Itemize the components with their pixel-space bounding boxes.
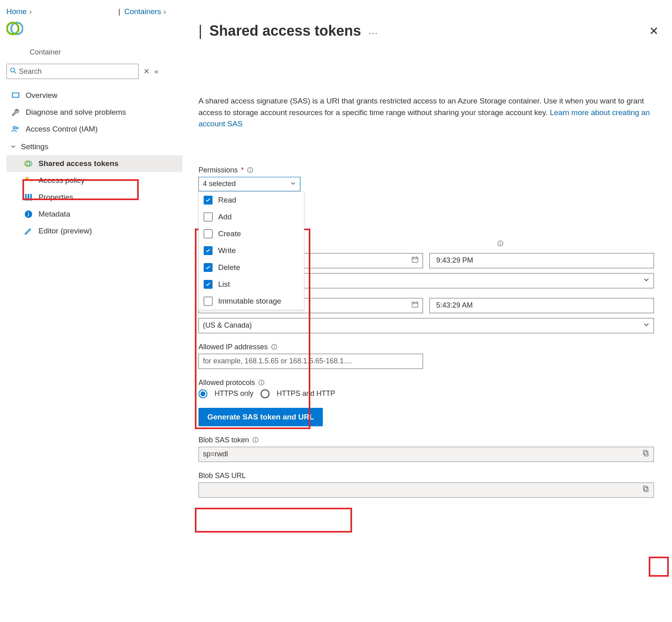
copy-sas-url-button[interactable] — [642, 485, 650, 494]
allowed-ip-input[interactable]: for example, 168.1.5.65 or 168.1.5.65-16… — [198, 354, 423, 369]
radio-https-only[interactable] — [198, 389, 207, 398]
search-placeholder: Search — [19, 67, 42, 76]
expiry-time-input[interactable]: 5:43:29 AM — [429, 298, 654, 313]
chevron-down-icon — [10, 142, 16, 151]
close-blade-button[interactable]: ✕ — [648, 23, 660, 39]
svg-rect-42 — [644, 452, 648, 456]
nav-item-iam[interactable]: Access Control (IAM) — [6, 121, 182, 138]
key-icon — [24, 176, 33, 185]
pencil-icon — [24, 227, 33, 235]
sidebar: Container Search ✕ « Overview Diagnose a… — [0, 20, 186, 523]
start-time-value: 9:43:29 PM — [436, 256, 473, 265]
content-area: | Shared access tokens … ✕ A shared acce… — [186, 20, 672, 523]
permission-option-read[interactable]: Read — [199, 192, 304, 209]
nav-label: Metadata — [38, 210, 70, 219]
allowed-ip-placeholder: for example, 168.1.5.65 or 168.1.5.65-16… — [203, 357, 352, 365]
content-header: | Shared access tokens … ✕ — [198, 22, 660, 39]
search-icon — [10, 67, 16, 76]
expiry-timezone-value: (US & Canada) — [203, 321, 252, 330]
nav-item-overview[interactable]: Overview — [6, 87, 182, 104]
breadcrumb-containers[interactable]: Containers — [124, 7, 161, 16]
checkbox-checked-icon — [204, 246, 213, 255]
option-label: Add — [218, 213, 232, 221]
title-pipe: | — [198, 22, 202, 39]
checkbox-unchecked-icon — [204, 229, 213, 238]
svg-rect-15 — [30, 194, 32, 201]
nav-item-shared-access-tokens[interactable]: Shared access tokens — [6, 155, 182, 172]
permission-option-create[interactable]: Create — [199, 225, 304, 242]
clear-search-button[interactable]: ✕ — [144, 67, 150, 76]
allowed-ip-field: Allowed IP addresses for example, 168.1.… — [198, 343, 660, 369]
generate-button-row: Generate SAS token and URL — [198, 408, 660, 426]
wrench-icon — [11, 108, 20, 117]
svg-rect-34 — [274, 346, 274, 348]
permissions-dropdown[interactable]: 4 selected — [198, 177, 300, 191]
more-actions-button[interactable]: … — [366, 25, 381, 36]
page-title: Shared access tokens — [209, 22, 361, 39]
option-label: Write — [218, 246, 236, 255]
nav-section-settings[interactable]: Settings — [6, 138, 182, 155]
chevron-down-icon — [643, 276, 650, 285]
people-icon — [11, 125, 20, 134]
info-icon[interactable] — [271, 344, 277, 350]
checkbox-checked-icon — [204, 196, 213, 205]
allowed-protocols-label: Allowed protocols — [198, 379, 255, 387]
radio-https-and-http-label: HTTPS and HTTP — [277, 389, 335, 398]
permission-option-delete[interactable]: Delete — [199, 259, 304, 276]
expiry-timezone-dropdown[interactable]: (US & Canada) — [198, 318, 654, 333]
required-indicator: * — [241, 166, 244, 174]
nav-item-access-policy[interactable]: Access policy — [6, 172, 182, 189]
expiry-time-value: 5:43:29 AM — [436, 301, 473, 310]
permission-option-immutable[interactable]: Immutable storage — [199, 293, 304, 310]
svg-rect-37 — [261, 382, 261, 384]
info-icon[interactable] — [497, 240, 504, 247]
svg-point-24 — [500, 241, 501, 242]
breadcrumb-home[interactable]: Home — [6, 7, 27, 16]
svg-rect-5 — [13, 93, 19, 97]
checkbox-unchecked-icon — [204, 213, 213, 221]
nav-item-editor[interactable]: Editor (preview) — [6, 223, 182, 239]
nav-item-metadata[interactable]: Metadata — [6, 206, 182, 223]
info-filled-icon — [24, 210, 33, 219]
svg-rect-43 — [644, 450, 647, 455]
info-icon[interactable] — [252, 437, 259, 443]
permissions-dropdown-list: Read Add Create Write — [198, 191, 304, 310]
description-text: A shared access signature (SAS) is a URI… — [198, 95, 660, 130]
permission-option-list[interactable]: List — [199, 276, 304, 293]
start-time-input[interactable]: 9:43:29 PM — [429, 253, 654, 268]
permission-option-add[interactable]: Add — [199, 209, 304, 225]
calendar-icon — [411, 301, 419, 310]
collapse-sidebar-button[interactable]: « — [154, 67, 158, 76]
svg-point-41 — [255, 438, 256, 439]
svg-rect-14 — [28, 194, 29, 201]
search-input[interactable]: Search — [6, 64, 139, 79]
chevron-right-icon: › — [164, 7, 166, 16]
chevron-down-icon — [290, 180, 296, 188]
nav-label: Diagnose and solve problems — [26, 108, 126, 117]
nav-label: Editor (preview) — [38, 227, 92, 235]
info-icon[interactable] — [258, 379, 265, 386]
svg-rect-29 — [412, 302, 418, 308]
nav-label: Access Control (IAM) — [26, 125, 97, 134]
svg-rect-20 — [250, 170, 250, 172]
svg-rect-40 — [255, 440, 255, 442]
nav-label: Overview — [26, 91, 57, 100]
permission-option-write[interactable]: Write — [199, 242, 304, 259]
sas-token-output: sp=rwdl — [198, 447, 654, 462]
sas-token-label: Blob SAS token — [198, 436, 249, 444]
resource-type-label: Container — [30, 48, 182, 57]
option-label: Delete — [218, 263, 240, 272]
generate-sas-button[interactable]: Generate SAS token and URL — [198, 408, 323, 426]
sas-url-field: Blob SAS URL — [198, 472, 660, 498]
svg-point-6 — [13, 126, 15, 129]
checkbox-checked-icon — [204, 280, 213, 289]
copy-sas-token-button[interactable] — [642, 450, 650, 459]
link-icon — [24, 159, 33, 168]
nav-item-diagnose[interactable]: Diagnose and solve problems — [6, 104, 182, 121]
svg-rect-25 — [412, 257, 418, 263]
radio-https-and-http[interactable] — [261, 389, 269, 398]
chevron-right-icon: › — [29, 7, 32, 16]
info-icon[interactable] — [247, 167, 253, 173]
svg-point-35 — [274, 345, 275, 346]
nav-item-properties[interactable]: Properties — [6, 189, 182, 206]
